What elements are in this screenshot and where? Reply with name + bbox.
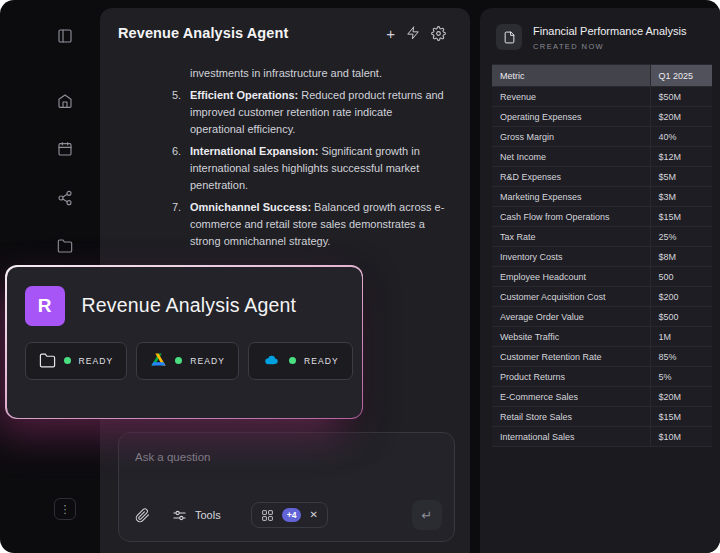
metric-value: $5M (650, 167, 712, 187)
metric-name: Cash Flow from Operations (492, 207, 650, 227)
metric-name: Operating Expenses (492, 107, 650, 127)
metric-name: Inventory Costs (492, 247, 650, 267)
connector-google-drive[interactable]: READY (136, 342, 239, 380)
connector-salesforce[interactable]: READY (248, 342, 353, 380)
table-header-row: Metric Q1 2025 (492, 65, 712, 87)
list-item-text: International Expansion: Significant gro… (190, 143, 448, 194)
metric-name: Marketing Expenses (492, 187, 650, 207)
grid-icon (261, 509, 274, 522)
connector-chips: READY READY READY (25, 342, 344, 380)
folder-icon[interactable] (57, 238, 73, 254)
metric-name: Average Order Value (492, 307, 650, 327)
metric-name: International Sales (492, 427, 650, 447)
chat-header: Revenue Analysis Agent + (100, 8, 470, 49)
table-row: Employee Headcount500 (492, 267, 712, 287)
metric-value: 40% (650, 127, 712, 147)
tools-button[interactable]: Tools (172, 508, 221, 523)
metric-value: $3M (650, 187, 712, 207)
selected-tools-chip[interactable]: +4 ✕ (251, 502, 328, 528)
list-item-text: Efficient Operations: Reduced product re… (190, 87, 448, 138)
metric-value: 5% (650, 367, 712, 387)
transcript: investments in infrastructure and talent… (172, 65, 448, 250)
calendar-icon[interactable] (57, 141, 73, 157)
agent-card: R Revenue Analysis Agent READY READY (5, 265, 363, 419)
app-window: ⋮ Revenue Analysis Agent + investments i… (0, 0, 720, 553)
table-row: E-Commerce Sales$20M (492, 387, 712, 407)
report-header: Financial Performance Analysis CREATED N… (492, 22, 712, 64)
metric-value: $50M (650, 87, 712, 107)
list-item-number: 7. (172, 199, 190, 250)
table-row: Revenue$50M (492, 87, 712, 107)
table-row: Net Income$12M (492, 147, 712, 167)
status-dot (175, 357, 182, 364)
report-subtitle: CREATED NOW (533, 42, 686, 51)
table-row: International Sales$10M (492, 427, 712, 447)
metric-value: $500 (650, 307, 712, 327)
sliders-icon (172, 508, 187, 523)
folder-icon (39, 352, 56, 369)
metric-name: Website Traffic (492, 327, 650, 347)
report-title-block: Financial Performance Analysis CREATED N… (533, 24, 686, 51)
table-row: Website Traffic1M (492, 327, 712, 347)
attachment-paperclip-icon[interactable] (135, 508, 150, 523)
status-dot (64, 357, 71, 364)
metrics-table-body: Revenue$50MOperating Expenses$20MGross M… (492, 87, 712, 447)
connector-folder[interactable]: READY (25, 342, 128, 380)
metric-name: Employee Headcount (492, 267, 650, 287)
google-drive-icon (150, 352, 167, 369)
add-icon[interactable]: + (386, 26, 395, 41)
metric-value: $15M (650, 407, 712, 427)
metric-value: 25% (650, 227, 712, 247)
paragraph-continuation: investments in infrastructure and talent… (190, 65, 448, 82)
table-row: Average Order Value$500 (492, 307, 712, 327)
column-header-q1-2025: Q1 2025 (650, 65, 712, 87)
metric-name: Revenue (492, 87, 650, 107)
home-icon[interactable] (57, 93, 73, 109)
status-badge: READY (79, 356, 114, 366)
table-row: Gross Margin40% (492, 127, 712, 147)
metric-name: Customer Acquisition Cost (492, 287, 650, 307)
table-row: Tax Rate25% (492, 227, 712, 247)
chat-toolbar: + (386, 26, 446, 41)
list-item-number: 6. (172, 143, 190, 194)
metric-value: 500 (650, 267, 712, 287)
metric-name: Tax Rate (492, 227, 650, 247)
metric-name: Retail Store Sales (492, 407, 650, 427)
question-input[interactable]: Ask a question (135, 451, 438, 463)
zap-icon[interactable] (406, 26, 420, 40)
agent-card-body: R Revenue Analysis Agent READY READY (7, 267, 362, 418)
metric-name: E-Commerce Sales (492, 387, 650, 407)
more-menu-icon[interactable]: ⋮ (54, 498, 76, 520)
table-row: Customer Retention Rate85% (492, 347, 712, 367)
composer[interactable]: Ask a question Tools +4 ✕ (118, 432, 455, 542)
metric-name: Customer Retention Rate (492, 347, 650, 367)
metric-value: $10M (650, 427, 712, 447)
table-row: Customer Acquisition Cost$200 (492, 287, 712, 307)
tool-count-badge: +4 (282, 508, 302, 522)
metric-value: 1M (650, 327, 712, 347)
share-nodes-icon[interactable] (57, 190, 73, 206)
tools-label: Tools (195, 509, 221, 521)
settings-gear-icon[interactable] (431, 26, 446, 41)
list-item-text: Omnichannel Success: Balanced growth acr… (190, 199, 448, 250)
report-title: Financial Performance Analysis (533, 25, 686, 37)
agent-title: Revenue Analysis Agent (82, 294, 297, 317)
table-row: Operating Expenses$20M (492, 107, 712, 127)
transcript-list: 5.Efficient Operations: Reduced product … (172, 87, 448, 250)
close-icon[interactable]: ✕ (309, 510, 317, 520)
panel-toggle-icon[interactable] (57, 28, 73, 44)
salesforce-cloud-icon (262, 352, 281, 369)
table-row: Cash Flow from Operations$15M (492, 207, 712, 227)
list-item: 7.Omnichannel Success: Balanced growth a… (172, 199, 448, 250)
metric-value: $20M (650, 387, 712, 407)
list-item: 5.Efficient Operations: Reduced product … (172, 87, 448, 138)
metric-value: $20M (650, 107, 712, 127)
list-item-number: 5. (172, 87, 190, 138)
table-row: R&D Expenses$5M (492, 167, 712, 187)
metric-value: 85% (650, 347, 712, 367)
column-header-metric: Metric (492, 65, 650, 87)
send-button[interactable]: ↵ (412, 500, 442, 530)
metric-value: $12M (650, 147, 712, 167)
metric-name: Gross Margin (492, 127, 650, 147)
metric-value: $200 (650, 287, 712, 307)
